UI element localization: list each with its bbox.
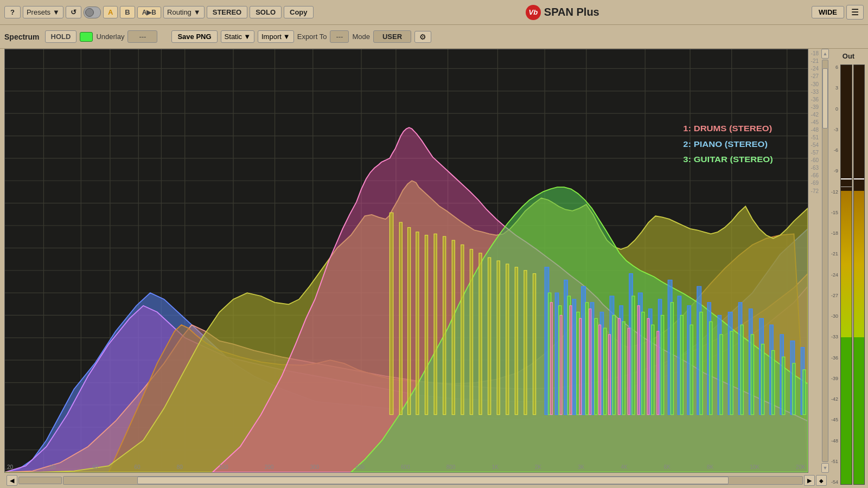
db-label: -60 xyxy=(809,158,819,163)
presets-chevron-icon: ▼ xyxy=(53,8,60,16)
db-label: -33 xyxy=(809,89,819,95)
app-title: SPAN Plus xyxy=(544,6,599,18)
svg-rect-40 xyxy=(555,293,558,415)
svg-rect-80 xyxy=(680,315,683,414)
underlay-value[interactable]: --- xyxy=(127,30,157,43)
db-label: -45 xyxy=(809,120,819,125)
svg-rect-76 xyxy=(642,312,644,415)
db-label: -36 xyxy=(809,97,819,102)
toggle-switch[interactable] xyxy=(84,7,101,18)
save-png-button[interactable]: Save PNG xyxy=(171,30,217,43)
import-chevron-icon: ▼ xyxy=(283,33,290,41)
hold-led[interactable] xyxy=(80,32,93,42)
db-label: -54 xyxy=(809,143,819,148)
static-dropdown[interactable]: Static ▼ xyxy=(221,30,254,43)
mode-label: Mode xyxy=(352,33,370,41)
vscroll-track[interactable] xyxy=(822,60,828,462)
help-button[interactable]: ? xyxy=(4,6,21,18)
svg-rect-43 xyxy=(582,286,586,414)
mode-value[interactable]: USER xyxy=(373,30,411,43)
import-button[interactable]: Import ▼ xyxy=(258,30,294,43)
wide-button[interactable]: WIDE xyxy=(812,6,844,18)
svg-rect-75 xyxy=(632,296,635,415)
solo-button[interactable]: SOLO xyxy=(250,6,282,18)
svg-rect-97 xyxy=(589,309,591,415)
svg-rect-88 xyxy=(762,344,764,415)
spectrum-display[interactable]: 1: DRUMS (STEREO) 2: PIANO (STEREO) 3: G… xyxy=(4,49,808,473)
svg-text:1: DRUMS (STEREO): 1: DRUMS (STEREO) xyxy=(683,124,772,133)
meter-bar-left xyxy=(840,65,852,485)
vscroll-down-button[interactable]: ▼ xyxy=(821,463,829,473)
ab-button[interactable]: A▶B xyxy=(137,7,161,18)
svg-rect-115 xyxy=(479,253,482,415)
svg-rect-69 xyxy=(577,312,579,415)
db-label: -66 xyxy=(809,173,819,178)
svg-rect-87 xyxy=(751,335,754,415)
out-label: Out xyxy=(843,49,854,62)
stereo-button[interactable]: STEREO xyxy=(207,6,247,18)
db-label: -57 xyxy=(809,150,819,156)
spectrum-toolbar: Spectrum HOLD Underlay --- Save PNG Stat… xyxy=(0,25,868,49)
svg-rect-110 xyxy=(434,234,437,414)
scroll-thumb[interactable] xyxy=(18,477,62,484)
db-label: -72 xyxy=(809,189,819,194)
db-label: -42 xyxy=(809,112,819,118)
spectrum-container: 1: DRUMS (STEREO) 2: PIANO (STEREO) 3: G… xyxy=(0,49,829,488)
copy-button[interactable]: Copy xyxy=(284,6,314,18)
presets-button[interactable]: Presets ▼ xyxy=(23,6,63,18)
svg-rect-72 xyxy=(604,328,607,415)
db-label: -39 xyxy=(809,105,819,110)
bottom-scrollbar: ◀ ▶ ◆ xyxy=(4,473,829,488)
logo-icon: Vb xyxy=(526,5,541,20)
main-area: 1: DRUMS (STEREO) 2: PIANO (STEREO) 3: G… xyxy=(0,49,868,488)
svg-rect-96 xyxy=(579,318,582,414)
menu-button[interactable]: ☰ xyxy=(846,5,864,20)
svg-rect-73 xyxy=(612,315,615,414)
svg-rect-70 xyxy=(585,303,588,415)
meter-bar-right xyxy=(853,65,865,485)
svg-rect-120 xyxy=(524,271,527,415)
static-chevron-icon: ▼ xyxy=(244,33,251,41)
svg-text:2: PIANO (STEREO): 2: PIANO (STEREO) xyxy=(683,139,768,148)
svg-rect-101 xyxy=(628,328,630,415)
svg-rect-99 xyxy=(609,335,611,415)
right-panel: Out 6 3 0 -3 -6 -9 -12 -15 -18 -21 -24 -… xyxy=(829,49,868,488)
svg-rect-104 xyxy=(657,331,659,415)
svg-rect-83 xyxy=(710,322,712,414)
db-label: -69 xyxy=(809,181,819,186)
diamond-button[interactable]: ◆ xyxy=(816,475,827,486)
settings-button[interactable]: ⚙ xyxy=(414,31,431,43)
routing-chevron-icon: ▼ xyxy=(194,8,201,16)
db-label: -48 xyxy=(809,127,819,133)
scroll-right-button[interactable]: ▶ xyxy=(804,475,815,486)
db-label: -21 xyxy=(809,59,819,64)
spectrum-label: Spectrum xyxy=(4,33,40,41)
svg-rect-118 xyxy=(506,264,509,415)
vscroll-up-button[interactable]: ▲ xyxy=(821,49,829,59)
meter-scale: 6 3 0 -3 -6 -9 -12 -15 -18 -21 -24 -27 -… xyxy=(831,62,839,487)
a-button[interactable]: A xyxy=(103,6,118,18)
svg-rect-111 xyxy=(443,236,446,415)
scroll-track[interactable] xyxy=(63,476,803,485)
scroll-left-button[interactable]: ◀ xyxy=(7,475,17,486)
svg-text:3: GUITAR (STEREO): 3: GUITAR (STEREO) xyxy=(683,155,773,164)
export-value[interactable]: --- xyxy=(330,30,349,43)
svg-rect-77 xyxy=(652,325,654,414)
svg-rect-103 xyxy=(647,318,649,414)
routing-button[interactable]: Routing ▼ xyxy=(163,6,205,18)
b-button[interactable]: B xyxy=(120,6,135,18)
svg-rect-79 xyxy=(671,303,673,415)
underlay-label: Underlay xyxy=(96,33,124,41)
svg-rect-107 xyxy=(408,228,411,415)
top-toolbar: ? Presets ▼ ↺ A B A▶B Routing ▼ STEREO S… xyxy=(0,0,868,25)
svg-rect-84 xyxy=(720,335,723,415)
db-scale: ▲ ▼ -18 -21 -24 -27 -30 -33 -36 -39 -42 xyxy=(808,49,829,473)
svg-rect-113 xyxy=(461,245,464,414)
export-to-label: Export To xyxy=(297,33,327,41)
svg-rect-81 xyxy=(690,325,693,414)
db-label: -27 xyxy=(809,74,819,79)
svg-rect-106 xyxy=(399,222,402,415)
hold-button[interactable]: HOLD xyxy=(45,30,77,43)
svg-rect-102 xyxy=(637,306,640,415)
reset-button[interactable]: ↺ xyxy=(66,6,81,18)
